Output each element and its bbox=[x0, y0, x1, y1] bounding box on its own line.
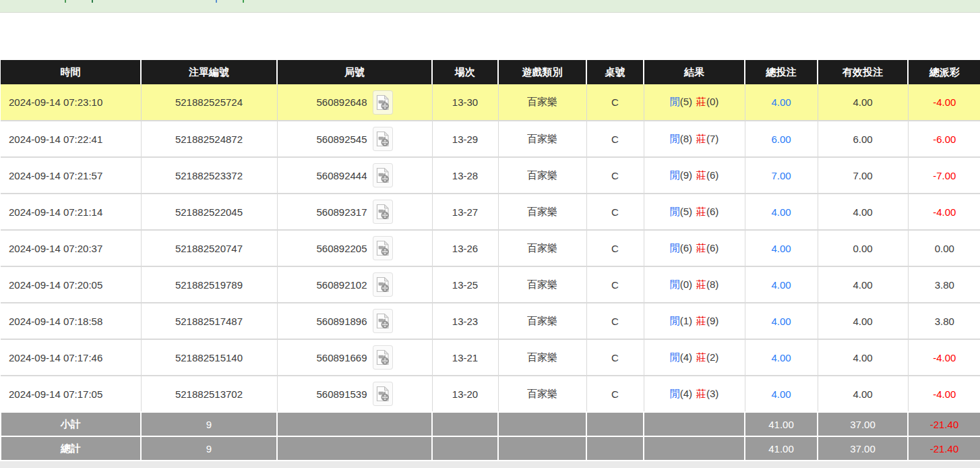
cell-bet-id: 521882519789 bbox=[141, 266, 277, 303]
column-header-payout: 總派彩 bbox=[908, 60, 980, 84]
footer-cell-time: 小計 bbox=[1, 412, 141, 436]
video-replay-button[interactable] bbox=[373, 382, 393, 406]
column-header-total_bet: 總投注 bbox=[745, 60, 818, 84]
cell-result: 閒(1)莊(9) bbox=[644, 303, 745, 339]
footer-cell-total_bet: 41.00 bbox=[745, 436, 818, 461]
cell-game-type: 百家樂 bbox=[498, 194, 586, 230]
cell-table-no: C bbox=[586, 376, 644, 412]
video-replay-button[interactable] bbox=[373, 200, 393, 224]
round-number: 560891896 bbox=[316, 316, 367, 327]
clipped-toolbar bbox=[0, 0, 980, 13]
total-bet-link[interactable]: 4.00 bbox=[771, 316, 791, 327]
cell-valid-bet: 4.00 bbox=[818, 303, 908, 339]
total-bet-link[interactable]: 4.00 bbox=[771, 206, 791, 218]
column-header-time: 時間 bbox=[1, 60, 141, 84]
cell-total-bet: 4.00 bbox=[745, 303, 818, 339]
cell-table-no: C bbox=[586, 303, 644, 339]
cell-round: 560891539 bbox=[277, 376, 432, 412]
result-player-label: 閒 bbox=[670, 96, 680, 107]
footer-cell-game_type bbox=[498, 436, 586, 461]
cell-total-bet: 4.00 bbox=[745, 194, 818, 230]
result-player-label: 閒 bbox=[670, 388, 680, 399]
clipped-text-fragment bbox=[92, 0, 93, 3]
round-number: 560892444 bbox=[316, 170, 367, 181]
grandtotal-row: 總計941.0037.00-21.40 bbox=[1, 436, 980, 461]
column-header-bet_id: 注單編號 bbox=[141, 60, 277, 84]
result-player-score: (4) bbox=[680, 351, 692, 363]
total-bet-link[interactable]: 4.00 bbox=[771, 352, 791, 363]
result-player-label: 閒 bbox=[670, 351, 680, 363]
cell-result: 閒(5)莊(6) bbox=[644, 194, 745, 230]
total-bet-link[interactable]: 4.00 bbox=[771, 388, 791, 400]
footer-cell-payout: -21.40 bbox=[908, 412, 980, 436]
round-number: 560891669 bbox=[316, 352, 367, 363]
result-player-score: (0) bbox=[680, 279, 692, 290]
cell-round: 560892102 bbox=[277, 266, 432, 303]
result-banker-score: (6) bbox=[706, 206, 718, 217]
cell-round: 560892545 bbox=[277, 121, 432, 157]
total-bet-link[interactable]: 4.00 bbox=[771, 279, 791, 291]
video-replay-button[interactable] bbox=[373, 127, 393, 151]
cell-bet-id: 521882525724 bbox=[141, 84, 277, 121]
result-banker-label: 莊 bbox=[696, 133, 706, 144]
cell-table-no: C bbox=[586, 157, 644, 194]
cell-bet-id: 521882523372 bbox=[141, 157, 277, 194]
table-row: 2024-09-14 07:21:14 521882522045 5608923… bbox=[1, 194, 980, 230]
result-banker-score: (9) bbox=[706, 315, 718, 326]
footer-cell-round bbox=[277, 436, 432, 461]
cell-round: 560892444 bbox=[277, 157, 432, 194]
table-header-row: 時間注單編號局號場次遊戲類別桌號結果總投注有效投注總派彩 bbox=[1, 60, 980, 84]
result-player-score: (8) bbox=[680, 133, 692, 144]
cell-game-type: 百家樂 bbox=[498, 121, 586, 157]
cell-game-type: 百家樂 bbox=[498, 266, 586, 303]
result-banker-label: 莊 bbox=[696, 169, 706, 181]
result-banker-label: 莊 bbox=[696, 279, 706, 290]
result-player-score: (5) bbox=[680, 206, 692, 217]
video-replay-icon bbox=[376, 204, 390, 220]
result-player-label: 閒 bbox=[670, 315, 680, 326]
cell-game-type: 百家樂 bbox=[498, 303, 586, 339]
cell-time: 2024-09-14 07:18:58 bbox=[1, 303, 141, 339]
cell-total-bet: 4.00 bbox=[745, 230, 818, 266]
video-replay-button[interactable] bbox=[373, 163, 393, 187]
total-bet-link[interactable]: 7.00 bbox=[771, 170, 791, 181]
footer-cell-game_type bbox=[498, 412, 586, 436]
cell-time: 2024-09-14 07:17:05 bbox=[1, 376, 141, 412]
cell-payout: 3.80 bbox=[908, 266, 980, 303]
cell-time: 2024-09-14 07:20:05 bbox=[1, 266, 141, 303]
footer-cell-session bbox=[432, 412, 498, 436]
total-bet-link[interactable]: 4.00 bbox=[771, 243, 791, 254]
total-bet-link[interactable]: 4.00 bbox=[771, 96, 791, 108]
cell-bet-id: 521882515140 bbox=[141, 339, 277, 376]
column-header-session: 場次 bbox=[432, 60, 498, 84]
table-row: 2024-09-14 07:17:05 521882513702 5608915… bbox=[1, 376, 980, 412]
table-row: 2024-09-14 07:20:37 521882520747 5608922… bbox=[1, 230, 980, 266]
footer-cell-result bbox=[644, 412, 745, 436]
cell-result: 閒(0)莊(8) bbox=[644, 266, 745, 303]
video-replay-button[interactable] bbox=[373, 90, 393, 115]
cell-table-no: C bbox=[586, 230, 644, 266]
cell-session: 13-21 bbox=[432, 339, 498, 376]
result-banker-label: 莊 bbox=[696, 315, 706, 326]
cell-valid-bet: 4.00 bbox=[818, 194, 908, 230]
cell-session: 13-25 bbox=[432, 266, 498, 303]
video-replay-icon bbox=[376, 131, 390, 147]
cell-game-type: 百家樂 bbox=[498, 230, 586, 266]
cell-valid-bet: 4.00 bbox=[818, 339, 908, 376]
total-bet-link[interactable]: 6.00 bbox=[771, 134, 791, 145]
cell-payout: 3.80 bbox=[908, 303, 980, 339]
result-banker-score: (6) bbox=[706, 169, 718, 181]
footer-cell-time: 總計 bbox=[1, 436, 141, 461]
video-replay-button[interactable] bbox=[373, 236, 393, 260]
video-replay-button[interactable] bbox=[373, 345, 393, 370]
cell-payout: -4.00 bbox=[908, 376, 980, 412]
video-replay-button[interactable] bbox=[373, 272, 393, 297]
video-replay-button[interactable] bbox=[373, 309, 393, 333]
bet-records-table: 時間注單編號局號場次遊戲類別桌號結果總投注有效投注總派彩 2024-09-14 … bbox=[0, 60, 980, 461]
cell-result: 閒(4)莊(2) bbox=[644, 339, 745, 376]
footer-cell-valid_bet: 37.00 bbox=[818, 412, 908, 436]
cell-payout: -4.00 bbox=[908, 194, 980, 230]
result-player-label: 閒 bbox=[670, 169, 680, 181]
cell-result: 閒(9)莊(6) bbox=[644, 157, 745, 194]
column-header-table_no: 桌號 bbox=[586, 60, 644, 84]
